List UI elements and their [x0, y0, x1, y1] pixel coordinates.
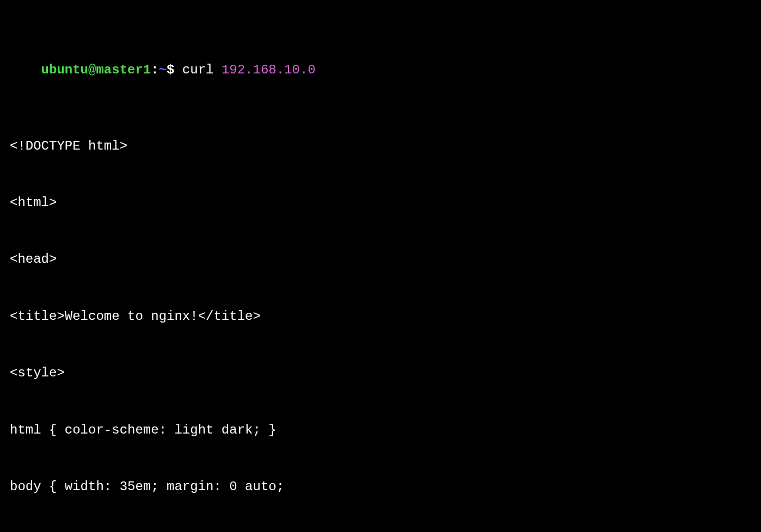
output-line: body { width: 35em; margin: 0 auto; [10, 478, 751, 497]
prompt-colon: : [151, 63, 158, 77]
output-line: <html> [10, 194, 751, 213]
command-ip: 192.168.10.0 [222, 63, 316, 77]
user-host: ubuntu@master1 [41, 63, 151, 77]
prompt-dollar: $ [167, 63, 174, 77]
terminal[interactable]: ubuntu@master1:~$ curl 192.168.10.0 <!DO… [10, 4, 751, 532]
prompt-line-1: ubuntu@master1:~$ curl 192.168.10.0 [10, 42, 751, 99]
command-curl: curl [174, 63, 221, 77]
output-line: <head> [10, 250, 751, 269]
output-line: <style> [10, 364, 751, 383]
output-line: <!DOCTYPE html> [10, 137, 751, 156]
output-line: <title>Welcome to nginx!</title> [10, 307, 751, 326]
output-line: html { color-scheme: light dark; } [10, 421, 751, 440]
prompt-path: ~ [159, 63, 167, 77]
